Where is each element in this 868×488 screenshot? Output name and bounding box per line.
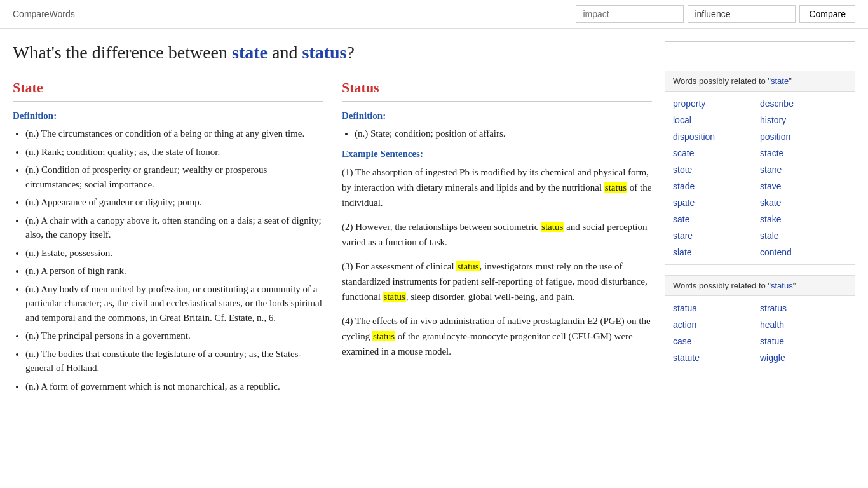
related-word-link[interactable]: wiggle [760, 351, 847, 365]
word1-title: state [232, 43, 268, 62]
example-num: (4) [342, 316, 353, 326]
related-state-box: Words possibly related to "state" proper… [665, 71, 855, 265]
state-column: State Definition: (n.) The circumstances… [13, 79, 323, 401]
related-status-box: Words possibly related to "status" statu… [665, 275, 855, 370]
related-word-link[interactable]: case [673, 334, 760, 348]
related-word-link[interactable]: property [673, 97, 760, 111]
word2-input[interactable] [688, 5, 796, 23]
related-word-link[interactable]: slate [673, 245, 760, 259]
related-word-link[interactable]: sate [673, 212, 760, 226]
related-word-link[interactable]: skate [760, 196, 847, 210]
related-word-link[interactable]: stave [760, 179, 847, 193]
status-heading: Status [342, 79, 652, 96]
related-status-word-link[interactable]: status [771, 281, 793, 290]
related-word-link[interactable]: stote [673, 163, 760, 177]
status-examples: Example Sentences: (1) The absorption of… [342, 149, 652, 359]
word2-title: status [302, 43, 346, 62]
related-word-link[interactable]: contend [760, 245, 847, 259]
related-word-link[interactable]: health [760, 318, 847, 332]
example-sentence: (2) However, the relationships between s… [342, 219, 652, 250]
header: CompareWords Compare [0, 0, 868, 29]
status-definition-label: Definition: [342, 111, 652, 121]
state-def-item: (n.) A person of high rank. [25, 264, 323, 278]
related-word-link[interactable]: statua [673, 301, 760, 315]
state-def-item: (n.) The principal persons in a governme… [25, 329, 323, 343]
state-def-item: (n.) A form of government which is not m… [25, 379, 323, 394]
related-word-link[interactable]: stake [760, 212, 847, 226]
related-word-link[interactable]: stale [760, 229, 847, 243]
status-def-item: (n.) State; condition; position of affai… [355, 126, 652, 141]
related-word-link[interactable]: stacte [760, 146, 847, 160]
highlight-status2: status [383, 292, 406, 302]
title-suffix: ? [346, 43, 354, 62]
highlight-status: status [541, 222, 564, 232]
state-divider [13, 101, 323, 102]
sidebar-search-input[interactable] [665, 41, 855, 60]
related-state-title: Words possibly related to "state" [665, 71, 855, 92]
related-word-link[interactable]: local [673, 113, 760, 127]
state-def-item: (n.) The bodies that constitute the legi… [25, 347, 323, 376]
main-panel: What's the difference between state and … [13, 41, 652, 401]
state-definitions-list: (n.) The circumstances or condition of a… [25, 126, 323, 393]
related-word-link[interactable]: stratus [760, 301, 847, 315]
related-status-title: Words possibly related to "status" [665, 276, 855, 296]
status-column: Status Definition: (n.) State; condition… [342, 79, 652, 401]
related-status-grid: statuastratusactionhealthcasestatuestatu… [665, 296, 855, 370]
page-title: What's the difference between state and … [13, 41, 652, 64]
example-num: (2) [342, 222, 353, 232]
definitions-area: State Definition: (n.) The circumstances… [13, 79, 652, 401]
compare-button[interactable]: Compare [799, 5, 855, 23]
related-word-link[interactable]: disposition [673, 130, 760, 144]
related-word-link[interactable]: statute [673, 351, 760, 365]
example-num: (3) [342, 261, 353, 271]
related-state-word-link[interactable]: state [771, 76, 789, 86]
status-divider [342, 101, 652, 102]
sidebar: Words possibly related to "state" proper… [665, 41, 855, 401]
example-num: (1) [342, 167, 353, 177]
highlight-status: status [372, 331, 395, 341]
example-sentence: (3) For assessment of clinical status, i… [342, 259, 652, 304]
brand-logo: CompareWords [13, 9, 75, 19]
state-def-item: (n.) Rank; condition; quality; as, the s… [25, 145, 323, 159]
related-word-link[interactable]: action [673, 318, 760, 332]
state-def-item: (n.) Estate, possession. [25, 246, 323, 261]
highlight-status: status [604, 182, 627, 193]
related-word-link[interactable]: stare [673, 229, 760, 243]
highlight-status: status [456, 261, 479, 271]
example-sentence: (1) The absorption of ingested Pb is mod… [342, 165, 652, 210]
status-definitions-list: (n.) State; condition; position of affai… [355, 126, 652, 141]
state-def-item: (n.) A chair with a canopy above it, oft… [25, 214, 323, 242]
state-definition-label: Definition: [13, 111, 323, 121]
state-heading: State [13, 79, 323, 96]
related-word-link[interactable]: history [760, 113, 847, 127]
related-word-link[interactable]: describe [760, 97, 847, 111]
title-prefix: What's the difference between [13, 43, 227, 62]
related-state-grid: propertydescribelocalhistorydispositionp… [665, 92, 855, 264]
state-def-item: (n.) Any body of men united by professio… [25, 282, 323, 325]
state-def-item: (n.) Condition of prosperity or grandeur… [25, 163, 323, 191]
state-def-item: (n.) Appearance of grandeur or dignity; … [25, 195, 323, 210]
example-sentence: (4) The effects of in vivo administratio… [342, 313, 652, 359]
word1-input[interactable] [576, 5, 684, 23]
related-word-link[interactable]: stade [673, 179, 760, 193]
examples-container: (1) The absorption of ingested Pb is mod… [342, 165, 652, 359]
related-word-link[interactable]: stane [760, 163, 847, 177]
related-word-link[interactable]: spate [673, 196, 760, 210]
state-def-item: (n.) The circumstances or condition of a… [25, 126, 323, 141]
related-word-link[interactable]: scate [673, 146, 760, 160]
content-area: What's the difference between state and … [0, 29, 868, 401]
related-word-link[interactable]: position [760, 130, 847, 144]
related-word-link[interactable]: statue [760, 334, 847, 348]
example-label: Example Sentences: [342, 149, 652, 159]
